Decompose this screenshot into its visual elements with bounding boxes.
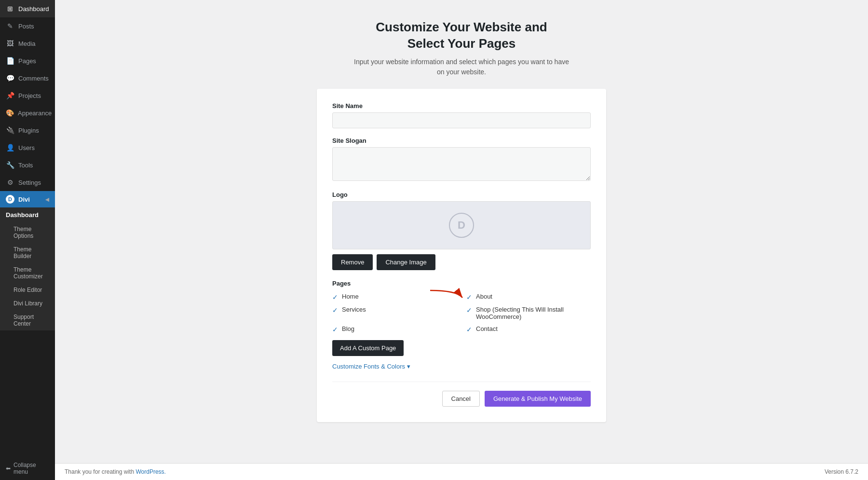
check-icon-shop: ✓ xyxy=(466,306,472,314)
customize-chevron-icon: ▾ xyxy=(407,363,410,370)
comments-icon: 💬 xyxy=(6,74,14,82)
sidebar-item-divi-library[interactable]: Divi Library xyxy=(0,297,55,310)
users-icon: 👤 xyxy=(6,144,14,151)
publish-button[interactable]: Generate & Publish My Website xyxy=(485,391,591,407)
page-check-about[interactable]: ✓ About xyxy=(466,293,591,301)
sidebar-item-support-center[interactable]: Support Center xyxy=(0,310,55,330)
main-content: Customize Your Website and Select Your P… xyxy=(55,0,868,480)
sidebar-item-settings[interactable]: ⚙ Settings xyxy=(0,174,55,191)
dashboard-icon: ⊞ xyxy=(6,5,14,13)
check-icon-about: ✓ xyxy=(466,293,472,301)
sidebar-item-theme-customizer[interactable]: Theme Customizer xyxy=(0,263,55,283)
page-check-blog[interactable]: ✓ Blog xyxy=(332,325,457,333)
site-slogan-input[interactable] xyxy=(332,147,591,181)
site-name-label: Site Name xyxy=(332,102,591,110)
sidebar-item-label: Plugins xyxy=(18,127,39,134)
page-label-services: Services xyxy=(342,306,366,313)
sidebar-item-label: Tools xyxy=(18,162,33,169)
page-check-contact[interactable]: ✓ Contact xyxy=(466,325,591,333)
sidebar-item-dashboard[interactable]: ⊞ Dashboard xyxy=(0,0,55,17)
sidebar-item-plugins[interactable]: 🔌 Plugins xyxy=(0,122,55,139)
check-icon-home: ✓ xyxy=(332,293,338,301)
pages-label: Pages xyxy=(332,280,591,287)
logo-placeholder-circle: D xyxy=(449,213,474,238)
check-icon-services: ✓ xyxy=(332,306,338,314)
footer-bar: Thank you for creating with WordPress. V… xyxy=(55,463,868,480)
page-label-about: About xyxy=(476,293,492,300)
posts-icon: ✎ xyxy=(6,22,14,30)
sidebar-item-theme-builder[interactable]: Theme Builder xyxy=(0,243,55,263)
sidebar-item-comments[interactable]: 💬 Comments xyxy=(0,69,55,87)
collapse-menu-label: Collapse menu xyxy=(14,462,49,475)
logo-group: Logo D Remove Change Image xyxy=(332,191,591,270)
sidebar-item-label: Appearance xyxy=(18,110,52,117)
check-icon-contact: ✓ xyxy=(466,326,472,333)
plugins-icon: 🔌 xyxy=(6,126,14,134)
sidebar-item-tools[interactable]: 🔧 Tools xyxy=(0,156,55,174)
version-text: Version 6.7.2 xyxy=(825,468,858,475)
projects-icon: 📌 xyxy=(6,92,14,99)
page-label-blog: Blog xyxy=(342,325,354,332)
check-icon-blog: ✓ xyxy=(332,326,338,333)
page-label-shop: Shop (Selecting This Will Install WooCom… xyxy=(476,306,591,320)
divi-submenu: Dashboard Theme Options Theme Builder Th… xyxy=(0,207,55,330)
pages-icon: 📄 xyxy=(6,57,14,65)
sidebar-item-label: Users xyxy=(18,144,35,151)
sidebar-item-media[interactable]: 🖼 Media xyxy=(0,35,55,52)
sidebar-item-label: Projects xyxy=(18,92,41,99)
sidebar-item-users[interactable]: 👤 Users xyxy=(0,139,55,156)
page-label-home: Home xyxy=(342,293,359,300)
add-custom-page-button[interactable]: Add A Custom Page xyxy=(332,340,404,356)
divi-icon: D xyxy=(6,195,14,204)
sidebar: ⊞ Dashboard ✎ Posts 🖼 Media 📄 Pages 💬 Co… xyxy=(0,0,55,480)
logo-letter: D xyxy=(458,219,465,232)
sidebar-item-label: Media xyxy=(18,40,35,47)
red-arrow-annotation xyxy=(428,288,466,307)
logo-preview: D xyxy=(332,201,591,249)
sidebar-item-projects[interactable]: 📌 Projects xyxy=(0,87,55,104)
media-icon: 🖼 xyxy=(6,40,14,47)
tools-icon: 🔧 xyxy=(6,161,14,169)
sidebar-item-role-editor[interactable]: Role Editor xyxy=(0,283,55,297)
footer-text: Thank you for creating with WordPress. xyxy=(65,468,166,475)
collapse-menu-button[interactable]: ⬅ Collapse menu xyxy=(0,457,55,480)
logo-label: Logo xyxy=(332,191,591,198)
logo-buttons: Remove Change Image xyxy=(332,254,591,270)
customize-fonts-colors-label: Customize Fonts & Colors xyxy=(332,363,405,370)
sidebar-item-posts[interactable]: ✎ Posts xyxy=(0,17,55,35)
sidebar-item-label: Settings xyxy=(18,179,41,186)
site-slogan-group: Site Slogan xyxy=(332,137,591,182)
sidebar-item-appearance[interactable]: 🎨 Appearance xyxy=(0,104,55,122)
sidebar-item-pages[interactable]: 📄 Pages xyxy=(0,52,55,69)
page-subtitle: Input your website information and selec… xyxy=(354,57,569,77)
sidebar-item-theme-options[interactable]: Theme Options xyxy=(0,222,55,243)
appearance-icon: 🎨 xyxy=(6,109,14,117)
site-slogan-label: Site Slogan xyxy=(332,137,591,144)
page-check-services[interactable]: ✓ Services xyxy=(332,306,457,320)
divi-label: Divi xyxy=(18,196,30,203)
pages-group: Pages ✓ Home ✓ About xyxy=(332,280,591,370)
site-name-input[interactable] xyxy=(332,112,591,128)
setup-card: Site Name Site Slogan Logo D Remove Chan… xyxy=(317,89,606,422)
pages-grid: ✓ Home ✓ About xyxy=(332,293,591,333)
divi-collapse-arrow: ◀ xyxy=(45,197,49,202)
sidebar-item-label: Posts xyxy=(18,23,34,30)
cancel-button[interactable]: Cancel xyxy=(442,391,480,407)
page-check-shop[interactable]: ✓ Shop (Selecting This Will Install WooC… xyxy=(466,306,591,320)
sidebar-item-label: Comments xyxy=(18,75,49,82)
divi-dashboard-label: Dashboard xyxy=(0,207,55,222)
sidebar-item-label: Dashboard xyxy=(18,5,49,13)
page-label-contact: Contact xyxy=(476,325,498,332)
collapse-arrow-icon: ⬅ xyxy=(6,465,11,472)
remove-logo-button[interactable]: Remove xyxy=(332,254,373,270)
change-image-button[interactable]: Change Image xyxy=(377,254,435,270)
card-footer: Cancel Generate & Publish My Website xyxy=(332,382,591,407)
customize-fonts-colors-link[interactable]: Customize Fonts & Colors ▾ xyxy=(332,363,591,370)
page-title: Customize Your Website and Select Your P… xyxy=(376,19,547,52)
sidebar-item-label: Pages xyxy=(18,57,36,65)
site-name-group: Site Name xyxy=(332,102,591,128)
wordpress-link[interactable]: WordPress. xyxy=(136,468,165,475)
settings-icon: ⚙ xyxy=(6,178,14,186)
divi-header[interactable]: D Divi ◀ xyxy=(0,191,55,207)
